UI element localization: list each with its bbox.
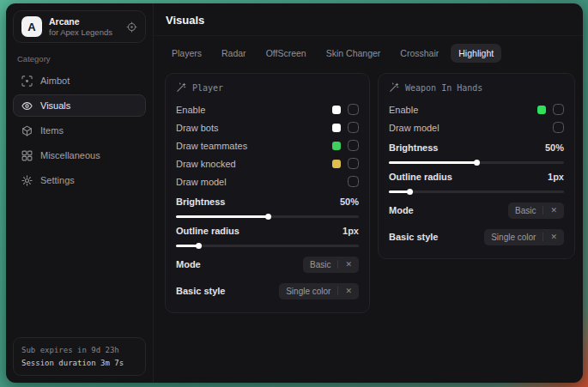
setting-label: Mode: [389, 205, 414, 215]
setting-row-enable: Enable: [176, 100, 359, 118]
wand-icon: [389, 82, 399, 93]
eye-icon: [21, 100, 33, 112]
setting-controls: [537, 104, 564, 115]
app-subtitle: for Apex Legends: [49, 27, 112, 38]
sidebar-item-label: Aimbot: [40, 76, 70, 86]
setting-controls: [332, 104, 359, 115]
tag-value: Single color: [491, 233, 536, 242]
close-icon[interactable]: ✕: [337, 287, 352, 295]
slider-thumb[interactable]: [265, 214, 271, 220]
slider-value: 1px: [342, 226, 359, 236]
setting-label: Basic style: [176, 286, 225, 296]
tag-chip[interactable]: Basic✕: [303, 257, 359, 273]
slider-value: 50%: [340, 197, 359, 207]
setting-controls: [332, 122, 359, 133]
slider-track: [176, 245, 359, 247]
grid-icon: [21, 150, 33, 161]
slider-fill: [389, 161, 476, 164]
sidebar-item-items[interactable]: Items: [13, 119, 146, 142]
slider-label-row: Brightness50%: [176, 197, 359, 207]
wand-icon: [176, 82, 186, 93]
sidebar-item-visuals[interactable]: Visuals: [13, 94, 146, 117]
setting-label: Brightness: [389, 142, 438, 153]
tab-crosshair[interactable]: Crosshair: [392, 44, 446, 63]
color-swatch[interactable]: [332, 106, 341, 114]
slider-setting-outline-radius: Outline radius1px: [176, 226, 359, 249]
panel-player: PlayerEnableDraw botsDraw teammatesDraw …: [165, 73, 370, 313]
slider-setting-brightness: Brightness50%: [389, 142, 564, 166]
setting-label: Outline radius: [176, 226, 239, 236]
tab-bar: PlayersRadarOffScreenSkin ChangerCrossha…: [164, 44, 576, 63]
checkbox[interactable]: [348, 104, 359, 115]
sub-expiry-text: Sub expires in 9d 23h: [21, 344, 137, 356]
slider-thumb[interactable]: [196, 243, 202, 249]
setting-row-draw-model: Draw model: [176, 172, 359, 190]
slider-label-row: Brightness50%: [389, 142, 564, 153]
main-header: Visuals: [154, 3, 583, 36]
tab-radar[interactable]: Radar: [214, 44, 254, 63]
setting-row-draw-knocked: Draw knocked: [176, 154, 359, 172]
slider-setting-outline-radius: Outline radius1px: [389, 172, 564, 195]
tag-setting-mode: ModeBasic✕: [389, 199, 564, 221]
target-icon[interactable]: [126, 21, 137, 33]
crosshair-icon: [21, 76, 33, 87]
checkbox[interactable]: [553, 122, 564, 133]
checkbox[interactable]: [348, 140, 359, 151]
slider[interactable]: [389, 189, 564, 195]
close-icon[interactable]: ✕: [543, 233, 557, 241]
tag-chip[interactable]: Basic✕: [508, 203, 564, 219]
sidebar-nav: AimbotVisualsItemsMiscellaneousSettings: [13, 70, 146, 191]
slider-value: 50%: [545, 142, 564, 153]
tag-setting-basic-style: Basic styleSingle color✕: [176, 280, 359, 302]
slider[interactable]: [176, 243, 359, 249]
slider-fill: [176, 245, 198, 247]
setting-label: Mode: [176, 259, 201, 269]
color-swatch[interactable]: [332, 124, 341, 132]
setting-row-draw-model: Draw model: [389, 118, 564, 136]
sidebar-item-miscellaneous[interactable]: Miscellaneous: [13, 144, 146, 166]
tab-highlight[interactable]: Highlight: [451, 44, 501, 63]
checkbox[interactable]: [348, 122, 359, 133]
setting-label: Draw model: [389, 123, 439, 133]
checkbox[interactable]: [553, 104, 564, 115]
tag-value: Basic: [310, 260, 330, 269]
tab-players[interactable]: Players: [164, 44, 209, 63]
slider-label-row: Outline radius1px: [176, 226, 359, 236]
app-title: Arcane: [49, 16, 112, 27]
sidebar-item-aimbot[interactable]: Aimbot: [13, 70, 146, 92]
subscription-info: Sub expires in 9d 23h Session duration 3…: [13, 337, 146, 376]
slider-thumb[interactable]: [407, 189, 413, 195]
slider-thumb[interactable]: [474, 160, 480, 166]
color-swatch[interactable]: [332, 142, 341, 150]
tag-chip[interactable]: Single color✕: [484, 229, 564, 245]
sidebar-item-settings[interactable]: Settings: [13, 169, 146, 191]
slider[interactable]: [389, 160, 564, 166]
setting-label: Draw knocked: [176, 159, 236, 169]
tab-skin-changer[interactable]: Skin Changer: [318, 44, 389, 63]
color-swatch[interactable]: [332, 160, 341, 168]
sidebar-item-label: Miscellaneous: [40, 150, 100, 160]
slider[interactable]: [176, 214, 359, 220]
panel-header: Weapon In Hands: [389, 82, 564, 93]
checkbox[interactable]: [348, 158, 359, 169]
panels-area: PlayerEnableDraw botsDraw teammatesDraw …: [154, 73, 583, 313]
close-icon[interactable]: ✕: [337, 260, 352, 269]
tab-offscreen[interactable]: OffScreen: [258, 44, 314, 63]
setting-controls: [348, 176, 359, 187]
setting-label: Draw bots: [176, 123, 219, 133]
panel-header: Player: [176, 82, 359, 93]
gear-icon: [21, 175, 33, 186]
setting-row-draw-teammates: Draw teammates: [176, 136, 359, 154]
color-swatch[interactable]: [537, 106, 546, 114]
slider-value: 1px: [548, 172, 564, 182]
setting-label: Enable: [389, 105, 418, 115]
tag-setting-basic-style: Basic styleSingle color✕: [389, 226, 564, 248]
sidebar-item-label: Items: [40, 125, 64, 136]
tag-chip[interactable]: Single color✕: [279, 283, 359, 299]
close-icon[interactable]: ✕: [543, 206, 557, 215]
category-label: Category: [17, 54, 142, 63]
setting-label: Brightness: [176, 197, 225, 207]
tag-value: Single color: [286, 287, 330, 296]
checkbox[interactable]: [348, 176, 359, 187]
page-title: Visuals: [166, 14, 574, 27]
